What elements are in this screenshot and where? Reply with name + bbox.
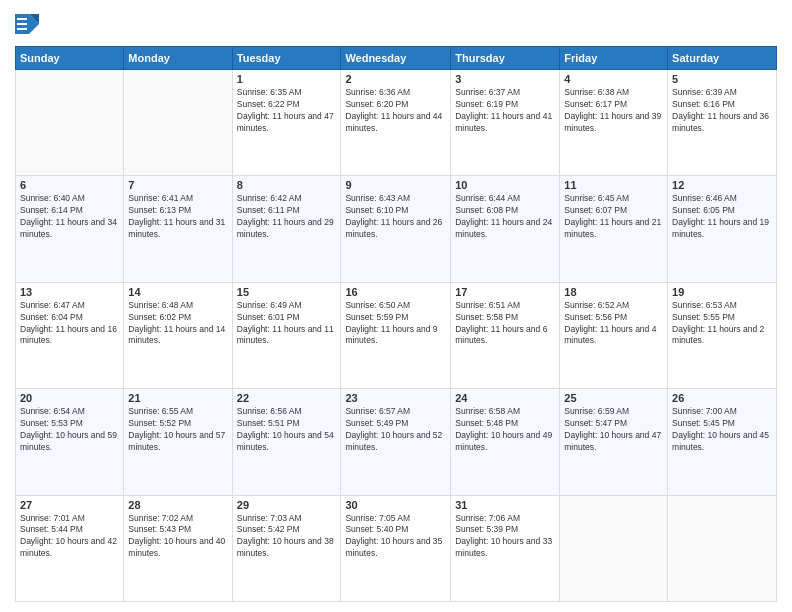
day-number: 16 xyxy=(345,286,446,298)
calendar-table: SundayMondayTuesdayWednesdayThursdayFrid… xyxy=(15,46,777,602)
sunset-text: Sunset: 6:04 PM xyxy=(20,312,83,322)
day-info: Sunrise: 6:35 AM Sunset: 6:22 PM Dayligh… xyxy=(237,87,337,135)
day-number: 15 xyxy=(237,286,337,298)
calendar-day-cell: 10 Sunrise: 6:44 AM Sunset: 6:08 PM Dayl… xyxy=(451,176,560,282)
calendar-day-cell: 7 Sunrise: 6:41 AM Sunset: 6:13 PM Dayli… xyxy=(124,176,232,282)
sunset-text: Sunset: 6:08 PM xyxy=(455,205,518,215)
daylight-text: Daylight: 11 hours and 19 minutes. xyxy=(672,217,769,239)
weekday-header: Monday xyxy=(124,47,232,70)
calendar-week-row: 6 Sunrise: 6:40 AM Sunset: 6:14 PM Dayli… xyxy=(16,176,777,282)
day-info: Sunrise: 7:00 AM Sunset: 5:45 PM Dayligh… xyxy=(672,406,772,454)
sunrise-text: Sunrise: 7:06 AM xyxy=(455,513,520,523)
daylight-text: Daylight: 11 hours and 31 minutes. xyxy=(128,217,225,239)
day-number: 6 xyxy=(20,179,119,191)
calendar-day-cell: 9 Sunrise: 6:43 AM Sunset: 6:10 PM Dayli… xyxy=(341,176,451,282)
day-info: Sunrise: 6:40 AM Sunset: 6:14 PM Dayligh… xyxy=(20,193,119,241)
day-number: 21 xyxy=(128,392,227,404)
day-info: Sunrise: 6:58 AM Sunset: 5:48 PM Dayligh… xyxy=(455,406,555,454)
day-info: Sunrise: 6:36 AM Sunset: 6:20 PM Dayligh… xyxy=(345,87,446,135)
sunset-text: Sunset: 6:11 PM xyxy=(237,205,300,215)
calendar-day-cell: 12 Sunrise: 6:46 AM Sunset: 6:05 PM Dayl… xyxy=(668,176,777,282)
daylight-text: Daylight: 11 hours and 16 minutes. xyxy=(20,324,117,346)
daylight-text: Daylight: 10 hours and 59 minutes. xyxy=(20,430,117,452)
calendar-day-cell: 23 Sunrise: 6:57 AM Sunset: 5:49 PM Dayl… xyxy=(341,389,451,495)
day-info: Sunrise: 6:46 AM Sunset: 6:05 PM Dayligh… xyxy=(672,193,772,241)
sunset-text: Sunset: 5:58 PM xyxy=(455,312,518,322)
logo-icon xyxy=(15,10,39,38)
sunset-text: Sunset: 6:05 PM xyxy=(672,205,735,215)
daylight-text: Daylight: 11 hours and 34 minutes. xyxy=(20,217,117,239)
calendar-day-cell: 29 Sunrise: 7:03 AM Sunset: 5:42 PM Dayl… xyxy=(232,495,341,601)
sunrise-text: Sunrise: 6:36 AM xyxy=(345,87,410,97)
day-info: Sunrise: 7:05 AM Sunset: 5:40 PM Dayligh… xyxy=(345,513,446,561)
sunset-text: Sunset: 6:19 PM xyxy=(455,99,518,109)
day-info: Sunrise: 6:52 AM Sunset: 5:56 PM Dayligh… xyxy=(564,300,663,348)
weekday-header: Wednesday xyxy=(341,47,451,70)
day-info: Sunrise: 6:37 AM Sunset: 6:19 PM Dayligh… xyxy=(455,87,555,135)
sunrise-text: Sunrise: 6:35 AM xyxy=(237,87,302,97)
day-info: Sunrise: 6:47 AM Sunset: 6:04 PM Dayligh… xyxy=(20,300,119,348)
day-number: 30 xyxy=(345,499,446,511)
calendar-day-cell: 16 Sunrise: 6:50 AM Sunset: 5:59 PM Dayl… xyxy=(341,282,451,388)
sunset-text: Sunset: 5:59 PM xyxy=(345,312,408,322)
calendar-week-row: 1 Sunrise: 6:35 AM Sunset: 6:22 PM Dayli… xyxy=(16,70,777,176)
day-info: Sunrise: 6:44 AM Sunset: 6:08 PM Dayligh… xyxy=(455,193,555,241)
sunset-text: Sunset: 6:13 PM xyxy=(128,205,191,215)
calendar-day-cell: 21 Sunrise: 6:55 AM Sunset: 5:52 PM Dayl… xyxy=(124,389,232,495)
calendar-day-cell: 31 Sunrise: 7:06 AM Sunset: 5:39 PM Dayl… xyxy=(451,495,560,601)
sunset-text: Sunset: 5:43 PM xyxy=(128,524,191,534)
logo xyxy=(15,10,45,38)
day-info: Sunrise: 7:02 AM Sunset: 5:43 PM Dayligh… xyxy=(128,513,227,561)
calendar-day-cell xyxy=(668,495,777,601)
day-info: Sunrise: 6:41 AM Sunset: 6:13 PM Dayligh… xyxy=(128,193,227,241)
day-info: Sunrise: 6:55 AM Sunset: 5:52 PM Dayligh… xyxy=(128,406,227,454)
sunset-text: Sunset: 5:52 PM xyxy=(128,418,191,428)
day-number: 19 xyxy=(672,286,772,298)
day-info: Sunrise: 6:43 AM Sunset: 6:10 PM Dayligh… xyxy=(345,193,446,241)
sunset-text: Sunset: 5:39 PM xyxy=(455,524,518,534)
sunrise-text: Sunrise: 6:48 AM xyxy=(128,300,193,310)
day-number: 10 xyxy=(455,179,555,191)
daylight-text: Daylight: 11 hours and 36 minutes. xyxy=(672,111,769,133)
sunset-text: Sunset: 6:07 PM xyxy=(564,205,627,215)
sunset-text: Sunset: 5:56 PM xyxy=(564,312,627,322)
day-number: 7 xyxy=(128,179,227,191)
calendar-week-row: 13 Sunrise: 6:47 AM Sunset: 6:04 PM Dayl… xyxy=(16,282,777,388)
sunset-text: Sunset: 6:17 PM xyxy=(564,99,627,109)
sunset-text: Sunset: 5:55 PM xyxy=(672,312,735,322)
header xyxy=(15,10,777,38)
calendar-day-cell xyxy=(124,70,232,176)
sunrise-text: Sunrise: 6:57 AM xyxy=(345,406,410,416)
calendar-day-cell: 26 Sunrise: 7:00 AM Sunset: 5:45 PM Dayl… xyxy=(668,389,777,495)
daylight-text: Daylight: 10 hours and 47 minutes. xyxy=(564,430,661,452)
day-number: 3 xyxy=(455,73,555,85)
daylight-text: Daylight: 11 hours and 2 minutes. xyxy=(672,324,764,346)
day-number: 22 xyxy=(237,392,337,404)
sunrise-text: Sunrise: 6:59 AM xyxy=(564,406,629,416)
daylight-text: Daylight: 11 hours and 44 minutes. xyxy=(345,111,442,133)
sunrise-text: Sunrise: 7:01 AM xyxy=(20,513,85,523)
day-number: 17 xyxy=(455,286,555,298)
day-number: 14 xyxy=(128,286,227,298)
daylight-text: Daylight: 11 hours and 26 minutes. xyxy=(345,217,442,239)
sunrise-text: Sunrise: 6:40 AM xyxy=(20,193,85,203)
day-info: Sunrise: 7:03 AM Sunset: 5:42 PM Dayligh… xyxy=(237,513,337,561)
sunset-text: Sunset: 6:10 PM xyxy=(345,205,408,215)
daylight-text: Daylight: 10 hours and 45 minutes. xyxy=(672,430,769,452)
sunset-text: Sunset: 5:47 PM xyxy=(564,418,627,428)
calendar-day-cell: 17 Sunrise: 6:51 AM Sunset: 5:58 PM Dayl… xyxy=(451,282,560,388)
day-info: Sunrise: 7:06 AM Sunset: 5:39 PM Dayligh… xyxy=(455,513,555,561)
day-number: 5 xyxy=(672,73,772,85)
sunset-text: Sunset: 5:48 PM xyxy=(455,418,518,428)
day-info: Sunrise: 6:53 AM Sunset: 5:55 PM Dayligh… xyxy=(672,300,772,348)
calendar-day-cell: 28 Sunrise: 7:02 AM Sunset: 5:43 PM Dayl… xyxy=(124,495,232,601)
day-info: Sunrise: 6:59 AM Sunset: 5:47 PM Dayligh… xyxy=(564,406,663,454)
sunset-text: Sunset: 6:14 PM xyxy=(20,205,83,215)
sunrise-text: Sunrise: 6:43 AM xyxy=(345,193,410,203)
calendar-day-cell: 13 Sunrise: 6:47 AM Sunset: 6:04 PM Dayl… xyxy=(16,282,124,388)
sunset-text: Sunset: 5:42 PM xyxy=(237,524,300,534)
sunrise-text: Sunrise: 6:41 AM xyxy=(128,193,193,203)
daylight-text: Daylight: 10 hours and 35 minutes. xyxy=(345,536,442,558)
day-info: Sunrise: 6:39 AM Sunset: 6:16 PM Dayligh… xyxy=(672,87,772,135)
sunrise-text: Sunrise: 6:55 AM xyxy=(128,406,193,416)
